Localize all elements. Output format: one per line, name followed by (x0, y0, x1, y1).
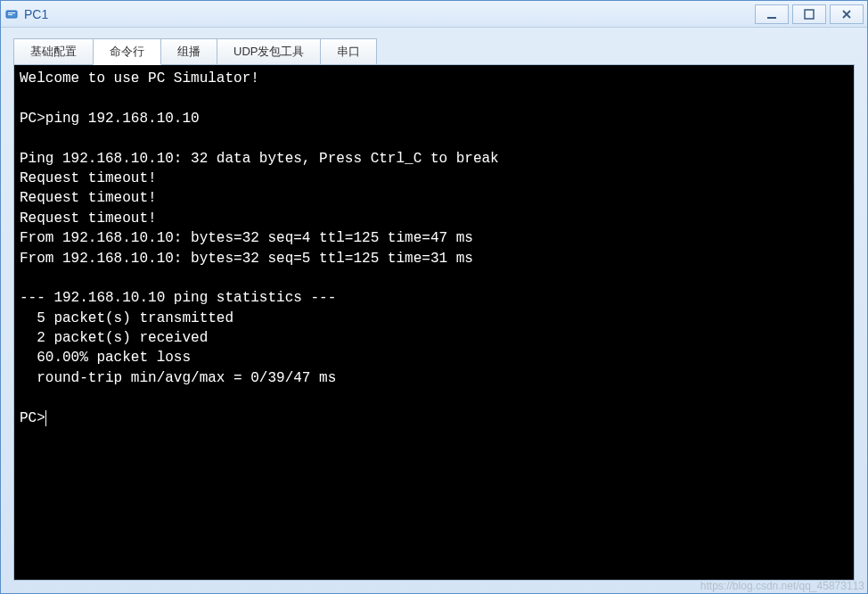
tab-multicast[interactable]: 组播 (160, 38, 217, 65)
svg-rect-1 (8, 12, 15, 13)
svg-rect-2 (8, 14, 12, 15)
titlebar: PC1 (1, 1, 867, 28)
maximize-button[interactable] (792, 4, 826, 24)
content-area: 基础配置 命令行 组播 UDP发包工具 串口 Welcome to use PC… (1, 28, 867, 593)
tab-udp-tool[interactable]: UDP发包工具 (217, 38, 321, 65)
tab-serial[interactable]: 串口 (320, 38, 377, 65)
window-controls (751, 4, 864, 24)
app-window: PC1 基础配置 命令行 组播 UDP发包工具 串口 Welcome to us… (0, 0, 868, 594)
minimize-button[interactable] (755, 4, 789, 24)
tab-label: 命令行 (110, 44, 144, 60)
terminal-output[interactable]: Welcome to use PC Simulator! PC>ping 192… (13, 64, 855, 581)
tab-label: UDP发包工具 (233, 44, 304, 60)
tab-label: 串口 (337, 44, 360, 60)
svg-rect-3 (767, 17, 776, 19)
tab-label: 基础配置 (30, 44, 77, 60)
tab-label: 组播 (177, 44, 201, 60)
close-button[interactable] (830, 4, 864, 24)
tab-command-line[interactable]: 命令行 (93, 38, 161, 65)
window-title: PC1 (24, 7, 751, 21)
tab-bar: 基础配置 命令行 组播 UDP发包工具 串口 (13, 38, 855, 65)
app-icon (4, 7, 19, 21)
tab-basic-config[interactable]: 基础配置 (13, 38, 94, 65)
svg-rect-4 (805, 10, 814, 19)
